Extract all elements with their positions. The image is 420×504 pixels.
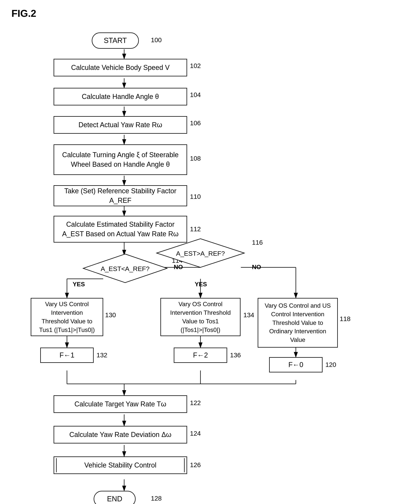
ref-102: 102 — [190, 62, 201, 70]
node-108: Calculate Turning Angle ξ of Steerable W… — [54, 144, 187, 175]
ref-128: 128 — [151, 495, 162, 502]
node-122: Calculate Target Yaw Rate Tω — [54, 395, 187, 413]
ref-116: 116 — [252, 239, 263, 246]
svg-text:A_EST>A_REF?: A_EST>A_REF? — [176, 250, 225, 257]
node-118: Vary OS Control and US Control Intervent… — [258, 298, 338, 348]
node-132-label: F←1 — [40, 348, 94, 363]
node-106: Detect Actual Yaw Rate Rω — [54, 116, 187, 134]
svg-text:A_EST<A_REF?: A_EST<A_REF? — [101, 265, 150, 272]
ref-134: 134 — [243, 311, 254, 319]
ref-110: 110 — [190, 193, 201, 200]
ref-124: 124 — [190, 430, 201, 437]
yes-114: YES — [73, 281, 85, 288]
node-104: Calculate Handle Angle θ — [54, 88, 187, 105]
node-132: F←1 — [40, 348, 94, 363]
end-node: END — [94, 491, 136, 504]
node-120: F←0 — [269, 357, 322, 372]
node-110-label: Take (Set) Reference Stability Factor A_… — [54, 185, 187, 206]
node-102: Calculate Vehicle Body Speed V — [54, 59, 187, 76]
start-node: START — [92, 32, 139, 49]
node-136: F←2 — [174, 348, 227, 363]
ref-100: 100 — [151, 36, 162, 44]
start-label: START — [92, 32, 139, 49]
ref-132: 132 — [97, 351, 107, 359]
ref-112: 112 — [190, 225, 201, 233]
node-106-label: Detect Actual Yaw Rate Rω — [54, 116, 187, 134]
node-136-label: F←2 — [174, 348, 227, 363]
ref-104: 104 — [190, 91, 201, 99]
node-108-label: Calculate Turning Angle ξ of Steerable W… — [54, 144, 187, 175]
node-102-label: Calculate Vehicle Body Speed V — [54, 59, 187, 76]
end-label: END — [94, 491, 136, 504]
ref-106: 106 — [190, 119, 201, 127]
node-120-label: F←0 — [269, 357, 322, 372]
ref-118: 118 — [340, 315, 350, 323]
ref-126: 126 — [190, 461, 201, 469]
node-110: Take (Set) Reference Stability Factor A_… — [54, 185, 187, 206]
ref-108: 108 — [190, 155, 201, 162]
node-116: A_EST>A_REF? — [153, 237, 248, 269]
ref-136: 136 — [230, 351, 241, 359]
node-104-label: Calculate Handle Angle θ — [54, 88, 187, 105]
node-124-label: Calculate Yaw Rate Deviation Δω — [54, 426, 187, 444]
yes-116: YES — [195, 281, 207, 288]
node-134-label: Vary OS Control Intervention Threshold V… — [160, 298, 240, 336]
node-126-label: Vehicle Stability Control — [54, 456, 187, 474]
node-126: Vehicle Stability Control — [54, 456, 187, 474]
node-124: Calculate Yaw Rate Deviation Δω — [54, 426, 187, 444]
node-130: Vary US Control Intervention Threshold V… — [31, 298, 103, 336]
node-134: Vary OS Control Intervention Threshold V… — [160, 298, 240, 336]
ref-120: 120 — [325, 361, 336, 368]
page-title: FIG.2 — [12, 8, 408, 19]
ref-122: 122 — [190, 399, 201, 407]
no-116: NO — [252, 264, 261, 271]
node-130-label: Vary US Control Intervention Threshold V… — [31, 298, 103, 336]
node-122-label: Calculate Target Yaw Rate Tω — [54, 395, 187, 413]
ref-130: 130 — [105, 311, 116, 319]
node-118-label: Vary OS Control and US Control Intervent… — [258, 298, 338, 348]
